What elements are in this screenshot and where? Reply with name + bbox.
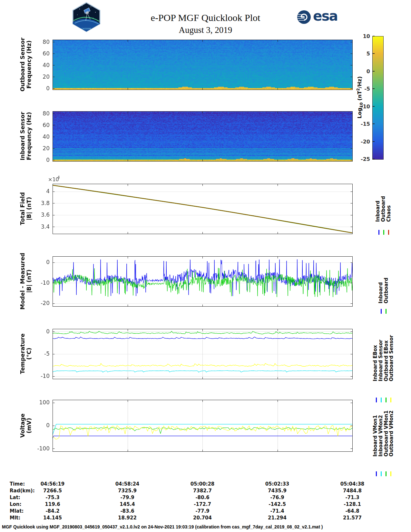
legend-marker-model_measured <box>386 309 387 314</box>
footer-value: 7484.8 <box>325 488 380 494</box>
temperature-canvas <box>31 320 356 388</box>
voltage-canvas <box>31 391 356 460</box>
footer-value: -77.9 <box>175 508 230 514</box>
footer-value: -80.6 <box>175 495 230 500</box>
legend-markers-voltage <box>371 471 396 476</box>
footer-value: -75.3 <box>25 495 80 500</box>
colorbar-tick-mark <box>373 159 375 159</box>
footer-value: 7435.9 <box>250 488 305 494</box>
legend-label-temperature: Inboard Sensor <box>378 335 384 381</box>
legend-label-total_field: Chaos <box>387 196 392 222</box>
legend-marker-temperature <box>381 398 382 402</box>
legend-marker-total_field <box>388 230 389 235</box>
legend-marker-total_field <box>378 230 379 235</box>
footer-row-label: Mlat: <box>10 508 24 514</box>
legend-marker-total_field <box>383 230 384 235</box>
outboard-spectrogram-canvas <box>31 31 356 99</box>
legend-marker-temperature <box>390 398 391 402</box>
footer-value: 7266.5 <box>25 488 80 494</box>
colorbar-label: Log10 (nT2/Hz) <box>356 76 364 119</box>
legend-label-temperature: Outboard Sensor <box>389 335 394 381</box>
footer-value: -83.6 <box>100 508 155 514</box>
footer-value: 21.294 <box>250 515 305 521</box>
colorbar-tick-mark <box>373 88 375 89</box>
esa-wordmark: esa <box>313 8 338 24</box>
page-title: e-POP MGF Quicklook Plot <box>0 12 411 23</box>
footer-row-label: Time: <box>10 481 25 487</box>
quicklook-page: CASSIOPE e-POP MGF Quicklook Plot August… <box>0 0 411 532</box>
footer-value: 05:00:28 <box>175 481 230 487</box>
legend-label-voltage: Inboard VMon2 <box>378 410 384 457</box>
esa-logo: esa <box>297 9 338 25</box>
footer-value: 145.4 <box>100 501 155 507</box>
legend-label-total_field: Outboard <box>381 196 386 222</box>
colorbar-tick-mark <box>373 106 375 107</box>
esa-globe-icon <box>297 10 311 25</box>
colorbar-tick-mark <box>373 123 375 124</box>
legend-marker-voltage <box>386 471 387 476</box>
ylabel-model-measured: Model - Measured |B| (nT) <box>19 253 32 310</box>
ylabel-outboard-spectrogram: Outboard Sensor Frequency (Hz) <box>19 37 32 91</box>
footer-value: -64.8 <box>325 508 380 514</box>
ylabel-voltage: Voltage (mV) <box>19 413 32 438</box>
legend-marker-model_measured <box>381 309 382 314</box>
footer-value: -172.7 <box>175 501 230 507</box>
legend-voltage: Inboard VMon1Inboard VMon2Outboard VMon1… <box>371 408 396 459</box>
credit-line: MGF Quicklook using MGF_20190803_045619_… <box>2 524 410 529</box>
footer-row-label: Lat: <box>10 495 20 500</box>
legend-marker-voltage <box>376 471 377 476</box>
legend-marker-voltage <box>381 471 382 476</box>
legend-label-voltage: Outboard VMon1 <box>384 410 389 457</box>
legend-label-temperature: Inboard EBox <box>373 335 378 381</box>
footer-value: -71.3 <box>325 495 380 500</box>
legend-model_measured: InboardOutboard <box>371 265 396 315</box>
ylabel-inboard-spectrogram: Inboard Sensor Frequency (Hz) <box>19 112 32 161</box>
model-measured-canvas <box>31 247 356 315</box>
footer-value: -71.4 <box>250 508 305 514</box>
footer-value: 7382.7 <box>175 488 230 494</box>
legend-marker-temperature <box>376 398 377 402</box>
footer-value: -79.9 <box>100 495 155 500</box>
footer-value: 04:56:19 <box>25 481 80 487</box>
legend-label-model_measured: Outboard <box>384 278 389 303</box>
legend-label-total_field: Inboard <box>376 196 381 222</box>
footer-value: -84.2 <box>25 508 80 514</box>
legend-markers-temperature <box>371 398 396 402</box>
total-field-canvas <box>31 175 356 243</box>
ylabel-temperature: Temperature (°C) <box>19 333 32 374</box>
legend-marker-temperature <box>386 398 387 402</box>
footer-value: -76.9 <box>250 495 305 500</box>
legend-markers-total_field <box>371 230 396 235</box>
ylabel-total-field: Total Field |B| (nT) <box>19 192 32 225</box>
legend-label-voltage: Outboard VMon2 <box>389 410 394 457</box>
legend-temperature: Inboard EBoxInboard SensorOutboard EBoxO… <box>371 333 396 383</box>
legend-total_field: InboardOutboardChaos <box>371 184 396 234</box>
footer-value: 05:04:38 <box>325 481 380 487</box>
footer-value: 18.922 <box>100 515 155 521</box>
legend-label-temperature: Outboard EBox <box>384 335 389 381</box>
footer-value: 05:02:33 <box>250 481 305 487</box>
legend-label-model_measured: Inboard <box>378 278 384 303</box>
footer-value: -128.1 <box>325 501 380 507</box>
legend-marker-voltage <box>390 471 391 476</box>
legend-markers-model_measured <box>371 309 396 314</box>
footer-value: -142.5 <box>250 501 305 507</box>
footer-value: 7325.9 <box>100 488 155 494</box>
footer-row-label: Lon: <box>10 501 22 507</box>
footer-row-label: Mlt: <box>10 515 20 521</box>
footer-value: 21.577 <box>325 515 380 521</box>
colorbar-tick-mark <box>373 36 375 36</box>
legend-label-voltage: Inboard VMon1 <box>373 410 378 457</box>
footer-value: 14.145 <box>25 515 80 521</box>
inboard-spectrogram-canvas <box>31 102 356 170</box>
footer-value: 119.6 <box>25 501 80 507</box>
colorbar-tick-mark <box>373 53 375 54</box>
footer-value: 20.704 <box>175 515 230 521</box>
colorbar-tick-mark <box>373 71 375 72</box>
colorbar-tick-mark <box>373 141 375 142</box>
footer-value: 04:58:24 <box>100 481 155 487</box>
